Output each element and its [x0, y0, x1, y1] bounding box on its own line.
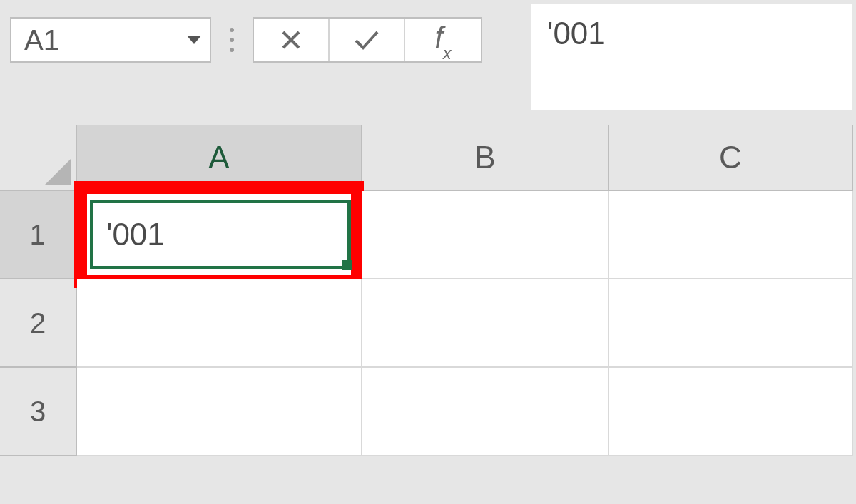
- row-header-1[interactable]: 1: [0, 191, 77, 279]
- name-box-value: A1: [24, 24, 59, 56]
- row-1: 1 '001: [0, 191, 856, 279]
- cell-C3[interactable]: [609, 368, 853, 456]
- cell-A2[interactable]: [77, 279, 362, 368]
- cell-A1[interactable]: '001: [77, 191, 362, 279]
- chevron-down-icon: [187, 36, 201, 44]
- enter-button[interactable]: [330, 19, 405, 61]
- column-header-B[interactable]: B: [362, 125, 609, 191]
- cell-B3[interactable]: [362, 368, 609, 456]
- column-header-C[interactable]: C: [609, 125, 853, 191]
- formula-bar: A1 fx: [10, 17, 482, 63]
- cell-B1[interactable]: [362, 191, 609, 279]
- row-header-3[interactable]: 3: [0, 368, 77, 456]
- formula-input[interactable]: '001: [531, 4, 852, 110]
- cell-A1-value: '001: [106, 217, 165, 252]
- cell-B2[interactable]: [362, 279, 609, 368]
- insert-function-button[interactable]: fx: [405, 19, 481, 61]
- fx-icon: fx: [434, 21, 451, 58]
- row-2: 2: [0, 279, 856, 368]
- expand-dots-icon[interactable]: [211, 17, 253, 63]
- fill-handle[interactable]: [342, 260, 352, 270]
- cell-C1[interactable]: [609, 191, 853, 279]
- spreadsheet-grid: A B C 1 '001 2 3: [0, 125, 856, 504]
- column-headers: A B C: [0, 125, 856, 191]
- cell-A3[interactable]: [77, 368, 362, 456]
- name-box[interactable]: A1: [10, 17, 211, 63]
- formula-buttons: fx: [253, 17, 482, 63]
- cancel-button[interactable]: [254, 19, 330, 61]
- active-cell-border: '001: [90, 200, 351, 269]
- cell-C2[interactable]: [609, 279, 853, 368]
- formula-input-text: '001: [547, 16, 606, 51]
- column-header-A[interactable]: A: [77, 125, 362, 191]
- row-3: 3: [0, 368, 856, 456]
- select-all-corner[interactable]: [0, 125, 77, 191]
- row-header-2[interactable]: 2: [0, 279, 77, 368]
